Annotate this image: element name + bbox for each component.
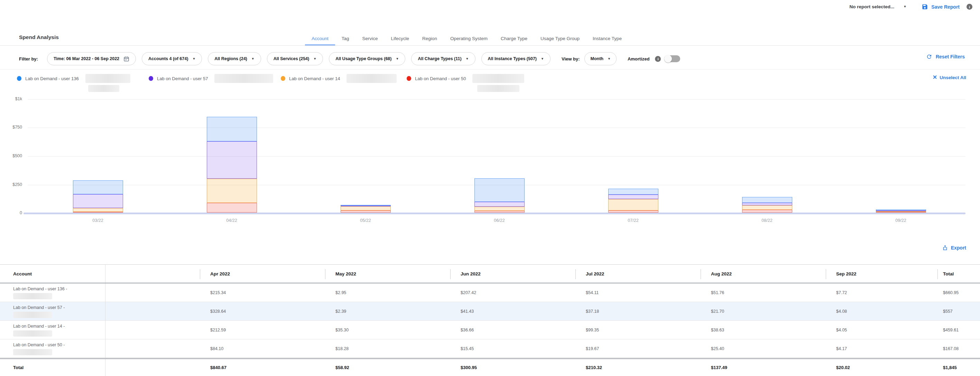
report-selector-value: No report selected... xyxy=(850,4,894,10)
tab-instance-type[interactable]: Instance Type xyxy=(586,31,628,46)
value-cell: $4.17 xyxy=(826,340,937,358)
bar-segment-lab-on-demand-user-57[interactable] xyxy=(73,194,123,208)
bar-segment-lab-on-demand-user-50[interactable] xyxy=(207,203,257,213)
total-value-cell: $840.67 xyxy=(200,359,325,376)
tab-account[interactable]: Account xyxy=(305,31,335,46)
tab-operating-system[interactable]: Operating System xyxy=(444,31,494,46)
redacted-account-name xyxy=(215,74,273,83)
bar-segment-lab-on-demand-user-136[interactable] xyxy=(742,197,792,203)
legend-item-lab-on-demand-user-50[interactable]: Lab on Demand - user 50 xyxy=(407,74,524,83)
total-value-cell: $58.92 xyxy=(325,359,450,376)
column-header-jul-2022[interactable]: Jul 2022 xyxy=(576,265,701,283)
column-header-total[interactable]: Total xyxy=(937,265,980,283)
bar-segment-lab-on-demand-user-14[interactable] xyxy=(207,179,257,203)
view-by-dropdown[interactable]: Month ▼ xyxy=(584,52,616,65)
legend-item-lab-on-demand-user-14[interactable]: Lab on Demand - user 14 xyxy=(281,74,397,83)
filter-pill-time-06-mar-2022-06-sep-2022[interactable]: Time: 06 Mar 2022 - 06 Sep 2022 xyxy=(47,52,136,65)
report-selector-dropdown[interactable]: No report selected... ▼ xyxy=(850,4,907,10)
column-header-may-2022[interactable]: May 2022 xyxy=(325,265,450,283)
bar-segment-lab-on-demand-user-50[interactable] xyxy=(876,212,926,213)
bar-segment-lab-on-demand-user-57[interactable] xyxy=(608,195,659,199)
value-cell: $328.64 xyxy=(200,302,325,320)
bar-segment-lab-on-demand-user-136[interactable] xyxy=(207,117,257,141)
filter-pill-all-charge-types[interactable]: All Charge Types (11)▼ xyxy=(411,52,475,65)
filter-pill-label: Accounts 4 (of 674) xyxy=(148,56,188,61)
bar-segment-lab-on-demand-user-136[interactable] xyxy=(73,181,123,194)
filter-pill-all-regions[interactable]: All Regions (24)▼ xyxy=(208,52,261,65)
bar-segment-lab-on-demand-user-136[interactable] xyxy=(608,189,659,195)
value-cell: $37.18 xyxy=(576,302,701,320)
value-cell: $41.43 xyxy=(450,302,576,320)
column-header-apr-2022[interactable]: Apr 2022 xyxy=(200,265,325,283)
row-spacer xyxy=(105,321,200,339)
bar-segment-lab-on-demand-user-57[interactable] xyxy=(742,203,792,205)
chart-gridline xyxy=(28,156,966,157)
info-icon[interactable]: i xyxy=(967,4,972,10)
tab-lifecycle[interactable]: Lifecycle xyxy=(385,31,416,46)
reset-filters-button[interactable]: Reset Filters xyxy=(926,54,965,60)
bar-segment-lab-on-demand-user-50[interactable] xyxy=(742,210,792,213)
total-value-cell: $210.32 xyxy=(576,359,701,376)
legend-dot-icon xyxy=(149,76,153,81)
calendar-icon xyxy=(123,56,129,62)
account-name: Lab on Demand - user 14 - xyxy=(13,324,65,328)
filter-pill-accounts-4[interactable]: Accounts 4 (of 674)▼ xyxy=(142,52,202,65)
bar-segment-lab-on-demand-user-57[interactable] xyxy=(474,202,525,207)
tab-charge-type[interactable]: Charge Type xyxy=(494,31,534,46)
value-cell: $459.61 xyxy=(937,321,980,339)
bar-segment-lab-on-demand-user-14[interactable] xyxy=(474,207,525,211)
bar-segment-lab-on-demand-user-14[interactable] xyxy=(340,206,391,211)
value-cell: $99.35 xyxy=(576,321,701,339)
value-cell: $18.28 xyxy=(325,340,450,358)
bar-segment-lab-on-demand-user-57[interactable] xyxy=(207,141,257,179)
bar-segment-lab-on-demand-user-14[interactable] xyxy=(608,199,659,211)
tab-usage-type-group[interactable]: Usage Type Group xyxy=(534,31,586,46)
account-cell: Lab on Demand - user 136 - xyxy=(0,283,105,302)
bar-segment-lab-on-demand-user-50[interactable] xyxy=(73,212,123,213)
redacted-account-name xyxy=(477,85,519,92)
save-report-button[interactable]: Save Report xyxy=(921,3,959,10)
column-header-sep-2022[interactable]: Sep 2022 xyxy=(826,265,937,283)
filter-pill-label: All Instance Types (507) xyxy=(488,56,537,61)
legend-item-label: Lab on Demand - user 14 xyxy=(289,76,340,81)
bar-segment-lab-on-demand-user-14[interactable] xyxy=(742,205,792,210)
column-header-aug-2022[interactable]: Aug 2022 xyxy=(701,265,826,283)
account-name: Lab on Demand - user 136 - xyxy=(13,287,67,291)
bar-segment-lab-on-demand-user-50[interactable] xyxy=(608,211,659,213)
column-header-jun-2022[interactable]: Jun 2022 xyxy=(450,265,576,283)
amortized-toggle[interactable] xyxy=(664,55,680,62)
bar-segment-lab-on-demand-user-136[interactable] xyxy=(474,178,525,202)
value-cell: $19.67 xyxy=(576,340,701,358)
table-row-lab-on-demand-user-50: Lab on Demand - user 50 -$84.10$18.28$15… xyxy=(0,340,980,358)
filter-pill-label: All Services (254) xyxy=(274,56,310,61)
bar-segment-lab-on-demand-user-14[interactable] xyxy=(73,208,123,212)
column-header-account[interactable]: Account xyxy=(0,265,105,283)
unselect-all-button[interactable]: ✕ Unselect All xyxy=(932,75,966,80)
filter-pill-all-instance-types[interactable]: All Instance Types (507)▼ xyxy=(481,52,550,65)
filter-pill-all-services[interactable]: All Services (254)▼ xyxy=(267,52,323,65)
redacted-account-name xyxy=(88,85,119,92)
legend-item-label: Lab on Demand - user 50 xyxy=(415,76,466,81)
spend-analysis-app: No report selected... ▼ Save Report i Sp… xyxy=(0,0,980,376)
bar-segment-lab-on-demand-user-50[interactable] xyxy=(474,211,525,213)
tab-region[interactable]: Region xyxy=(416,31,444,46)
export-icon xyxy=(942,245,948,251)
filter-pill-label: All Regions (24) xyxy=(215,56,247,61)
tab-service[interactable]: Service xyxy=(356,31,385,46)
filter-pills: Time: 06 Mar 2022 - 06 Sep 2022Accounts … xyxy=(47,52,550,65)
refresh-icon xyxy=(926,54,932,60)
legend-item-lab-on-demand-user-57[interactable]: Lab on Demand - user 57 xyxy=(149,74,273,83)
info-icon[interactable]: i xyxy=(655,56,661,62)
x-axis-tick-label: 08/22 xyxy=(751,218,783,223)
bar-08-22 xyxy=(742,197,792,213)
export-button[interactable]: Export xyxy=(942,245,966,251)
tab-tag[interactable]: Tag xyxy=(335,31,356,46)
legend-item-lab-on-demand-user-136[interactable]: Lab on Demand - user 136 xyxy=(17,74,130,83)
save-icon xyxy=(921,3,928,10)
table-header-spacer xyxy=(105,265,200,283)
account-name: Lab on Demand - user 57 - xyxy=(13,305,65,310)
filter-pill-all-usage-type-groups[interactable]: All Usage Type Groups (68)▼ xyxy=(329,52,405,65)
spend-chart: $1k$750$500$250003/2204/2205/2206/2207/2… xyxy=(0,96,980,234)
bar-segment-lab-on-demand-user-50[interactable] xyxy=(340,211,391,213)
spend-table: AccountApr 2022May 2022Jun 2022Jul 2022A… xyxy=(0,264,980,376)
